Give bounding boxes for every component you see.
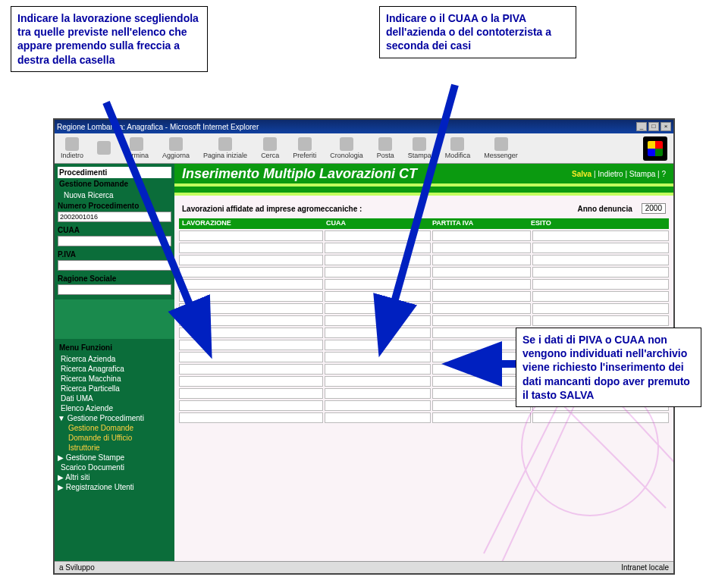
- table-row: [179, 303, 669, 314]
- cell-lavorazione[interactable]: [179, 279, 323, 290]
- menu-elenco-aziende[interactable]: Elenco Aziende: [58, 404, 171, 412]
- anno-value: 2000: [642, 203, 666, 214]
- cell-cuaa[interactable]: [325, 230, 431, 241]
- menu-altri-siti[interactable]: ▶ Altri siti: [58, 473, 171, 481]
- input-ragione[interactable]: [58, 284, 171, 295]
- maximize-button[interactable]: □: [648, 122, 659, 131]
- cell-cuaa[interactable]: [325, 388, 431, 399]
- menu-gestione-procedimenti[interactable]: ▼ Gestione Procedimenti: [58, 414, 171, 422]
- cell-lavorazione[interactable]: [179, 400, 323, 411]
- tb-mail[interactable]: Posta: [377, 137, 394, 159]
- tb-fav[interactable]: Preferiti: [293, 137, 316, 159]
- cell-lavorazione[interactable]: [179, 255, 323, 265]
- sidebar-menu-heading: Menu Funzioni: [58, 342, 171, 353]
- close-button[interactable]: ×: [661, 122, 671, 131]
- link-help[interactable]: ?: [661, 170, 666, 178]
- forward-icon: [97, 141, 111, 155]
- input-numero[interactable]: [58, 212, 171, 222]
- tb-back[interactable]: Indietro: [61, 137, 83, 159]
- cell-piva[interactable]: [432, 291, 531, 302]
- menu-gestione-stampe[interactable]: ▶ Gestione Stampe: [58, 453, 171, 462]
- menu-ricerca-anagrafica[interactable]: Ricerca Anagrafica: [58, 365, 171, 373]
- input-cuaa[interactable]: [58, 236, 171, 246]
- input-piva[interactable]: [58, 260, 171, 271]
- menu-registrazione-utenti[interactable]: ▶ Registrazione Utenti: [58, 483, 171, 491]
- cell-lavorazione[interactable]: [179, 340, 323, 350]
- cell-cuaa[interactable]: [325, 315, 431, 326]
- cell-cuaa[interactable]: [325, 303, 431, 314]
- sidebar-nuova-ricerca[interactable]: Nuova Ricerca: [58, 191, 171, 199]
- info-label: Lavorazioni affidate ad imprese agromecc…: [182, 205, 362, 213]
- cell-cuaa[interactable]: [325, 340, 431, 350]
- menu-scarico-documenti[interactable]: Scarico Documenti: [58, 463, 171, 472]
- cell-cuaa[interactable]: [325, 267, 431, 277]
- col-cuaa: CUAA: [323, 218, 429, 229]
- submenu-gestione-domande[interactable]: Gestione Domande: [58, 424, 171, 432]
- tb-edit[interactable]: Modifica: [445, 137, 471, 159]
- cell-lavorazione[interactable]: [179, 303, 323, 314]
- cell-cuaa[interactable]: [325, 291, 431, 302]
- cell-lavorazione[interactable]: [179, 388, 323, 399]
- tb-forward[interactable]: [97, 141, 111, 155]
- cell-cuaa[interactable]: [325, 328, 431, 338]
- tb-messenger[interactable]: Messenger: [484, 137, 518, 159]
- cell-lavorazione[interactable]: [179, 230, 323, 241]
- tb-print[interactable]: Stampa: [408, 137, 431, 159]
- col-piva: PARTITA IVA: [429, 218, 528, 229]
- cell-esito: [532, 303, 669, 314]
- link-salva[interactable]: Salva: [572, 170, 592, 178]
- cell-piva[interactable]: [432, 315, 531, 326]
- menu-ricerca-macchina[interactable]: Ricerca Macchina: [58, 375, 171, 383]
- cell-lavorazione[interactable]: [179, 291, 323, 302]
- submenu-domande-ufficio[interactable]: Domande di Ufficio: [58, 434, 171, 442]
- status-right: Intranet locale: [621, 563, 669, 572]
- window-buttons: _ □ ×: [636, 122, 671, 131]
- cell-piva[interactable]: [432, 279, 531, 290]
- print-icon: [413, 137, 426, 151]
- tb-refresh[interactable]: Aggiorna: [162, 137, 190, 159]
- cell-cuaa[interactable]: [325, 352, 431, 362]
- cell-piva[interactable]: [432, 230, 531, 241]
- cell-cuaa[interactable]: [325, 279, 431, 290]
- cell-lavorazione[interactable]: [179, 364, 323, 375]
- cell-cuaa[interactable]: [325, 364, 431, 375]
- cell-esito: [532, 291, 669, 302]
- minimize-button[interactable]: _: [636, 122, 647, 131]
- tb-stop[interactable]: Termina: [124, 137, 149, 159]
- cell-esito: [532, 279, 669, 290]
- page-title: Inserimento Multiplo Lavorazioni CT: [182, 166, 417, 182]
- cell-lavorazione[interactable]: [179, 315, 323, 326]
- col-lavorazione: LAVORAZIONE: [179, 218, 323, 229]
- menu-dati-uma[interactable]: Dati UMA: [58, 394, 171, 403]
- cell-piva[interactable]: [432, 267, 531, 277]
- menu-ricerca-azienda[interactable]: Ricerca Azienda: [58, 355, 171, 363]
- cell-cuaa[interactable]: [325, 376, 431, 387]
- sidebar-spacer: [55, 299, 174, 339]
- submenu-istruttorie[interactable]: Istruttorie: [58, 444, 171, 452]
- tb-history[interactable]: Cronologia: [330, 137, 363, 159]
- cell-piva[interactable]: [432, 255, 531, 265]
- cell-lavorazione[interactable]: [179, 328, 323, 338]
- link-indietro[interactable]: Indietro: [598, 170, 623, 178]
- cell-lavorazione[interactable]: [179, 412, 323, 423]
- tb-search[interactable]: Cerca: [261, 137, 279, 159]
- cell-piva[interactable]: [432, 243, 531, 253]
- cell-lavorazione[interactable]: [179, 352, 323, 362]
- stop-icon: [130, 137, 143, 151]
- cell-cuaa[interactable]: [325, 255, 431, 265]
- cell-cuaa[interactable]: [325, 400, 431, 411]
- table-header: LAVORAZIONE CUAA PARTITA IVA ESITO: [179, 218, 669, 229]
- link-stampa[interactable]: Stampa: [629, 170, 655, 178]
- cell-cuaa[interactable]: [325, 243, 431, 253]
- star-icon: [298, 137, 312, 151]
- menu-ricerca-particella[interactable]: Ricerca Particella: [58, 384, 171, 393]
- cell-lavorazione[interactable]: [179, 376, 323, 387]
- table-row: [179, 279, 669, 290]
- cell-lavorazione[interactable]: [179, 243, 323, 253]
- status-bar: a Sviluppo Intranet locale: [55, 561, 673, 573]
- cell-cuaa[interactable]: [325, 412, 431, 423]
- cell-piva[interactable]: [432, 303, 531, 314]
- cell-lavorazione[interactable]: [179, 267, 323, 277]
- tb-home[interactable]: Pagina iniziale: [203, 137, 247, 159]
- history-icon: [340, 137, 353, 151]
